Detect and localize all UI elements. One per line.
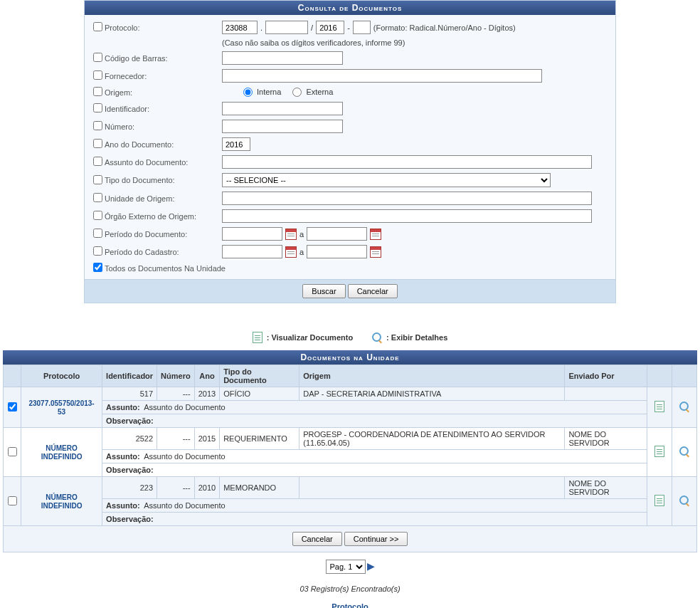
details-icon[interactable] (679, 496, 689, 505)
assunto-checkbox[interactable] (93, 157, 102, 166)
cell-ano: 2013 (194, 387, 219, 401)
buscar-button[interactable]: Buscar (302, 284, 345, 298)
th-protocolo: Protocolo (21, 365, 102, 387)
todos-checkbox[interactable] (93, 263, 102, 272)
cell-ano: 2015 (194, 428, 219, 450)
fornecedor-input[interactable] (222, 69, 542, 83)
protocolo-checkbox[interactable] (93, 22, 102, 31)
cell-enviado (565, 387, 647, 401)
protocolo-link[interactable]: NÚMERO INDEFINIDO (41, 493, 83, 510)
table-row-observacao: Observação: (4, 414, 697, 428)
periodo-cadastro-checkbox[interactable] (93, 246, 102, 256)
orgao-externo-input[interactable] (222, 209, 592, 223)
search-panel: Consulta de Documentos Protocolo: . / - … (84, 0, 616, 303)
origem-interna-radio[interactable] (243, 88, 253, 97)
a-separator: a (299, 230, 304, 239)
calendar-icon[interactable] (370, 246, 381, 258)
codigo-barras-checkbox[interactable] (93, 53, 102, 62)
th-origem: Origem (299, 365, 565, 387)
legend: : Visualizar Documento : Exibir Detalhes (0, 325, 700, 350)
numero-checkbox[interactable] (93, 121, 102, 130)
origem-interna-label[interactable]: Interna (243, 88, 281, 98)
orgao-externo-label: Órgão Externo de Origem: (105, 212, 222, 221)
assunto-input[interactable] (222, 155, 592, 169)
th-enviado: Enviado Por (565, 365, 647, 387)
origem-externa-label[interactable]: Externa (292, 88, 333, 98)
origem-externa-radio[interactable] (292, 88, 302, 97)
periodo-doc-fim-input[interactable] (307, 227, 367, 241)
th-identificador: Identificador (102, 365, 157, 387)
pager: Pag. 1▶ (0, 552, 700, 581)
formato-hint: (Formato: Radical.Número/Ano - Dígitos) (373, 23, 516, 32)
table-row: 23077.055750/2013-53517---2013OFÍCIODAP … (4, 387, 697, 401)
protocolo-numero-input[interactable] (265, 21, 308, 34)
periodo-cad-ini-input[interactable] (222, 245, 282, 258)
continuar-button[interactable]: Continuar >> (344, 532, 408, 546)
calendar-icon[interactable] (370, 229, 381, 240)
fornecedor-checkbox[interactable] (93, 70, 102, 80)
identificador-input[interactable] (222, 102, 343, 115)
assunto-value: Assunto do Documento (144, 501, 225, 510)
tipo-documento-select[interactable]: -- SELECIONE -- (222, 173, 551, 187)
ano-documento-input[interactable] (222, 137, 250, 151)
assunto-sublabel: Assunto: (106, 501, 140, 510)
a-separator: a (299, 248, 304, 256)
calendar-icon[interactable] (285, 246, 297, 258)
periodo-documento-checkbox[interactable] (93, 229, 102, 238)
codigo-barras-input[interactable] (222, 51, 343, 65)
periodo-cad-fim-input[interactable] (307, 245, 367, 258)
protocolo-radical-input[interactable] (222, 21, 258, 34)
th-ano: Ano (194, 365, 219, 387)
identificador-checkbox[interactable] (93, 103, 102, 112)
protocolo-label: Protocolo: (105, 23, 222, 32)
cell-ano: 2010 (194, 477, 219, 499)
slash-separator: / (311, 23, 313, 32)
ano-documento-checkbox[interactable] (93, 139, 102, 148)
periodo-documento-label: Período do Documento: (105, 230, 222, 239)
cell-tipo: MEMORANDO (220, 477, 299, 499)
table-row-observacao: Observação: (4, 463, 697, 477)
protocolo-link[interactable]: Protocolo (332, 602, 368, 608)
protocolo-link[interactable]: NÚMERO INDEFINIDO (41, 444, 83, 461)
cell-numero: --- (157, 428, 195, 450)
table-row: NÚMERO INDEFINIDO223---2010MEMORANDONOME… (4, 477, 697, 499)
cancelar-button[interactable]: Cancelar (348, 284, 398, 298)
protocolo-ano-input[interactable] (316, 21, 344, 34)
view-document-icon[interactable] (654, 401, 664, 412)
row-checkbox[interactable] (8, 447, 17, 456)
th-tipo: Tipo do Documento (220, 365, 299, 387)
protocolo-link[interactable]: 23077.055750/2013-53 (28, 399, 94, 416)
protocolo-digitos-input[interactable] (353, 21, 371, 34)
cell-origem: PROGESP - COORDENADORIA DE ATENDIMENTO A… (299, 428, 565, 450)
tipo-documento-checkbox[interactable] (93, 175, 102, 184)
origem-checkbox[interactable] (93, 87, 102, 96)
numero-input[interactable] (222, 120, 343, 133)
row-checkbox[interactable] (8, 496, 17, 505)
cell-tipo: OFÍCIO (220, 387, 299, 401)
details-icon[interactable] (679, 446, 689, 456)
cell-tipo: REQUERIMENTO (220, 428, 299, 450)
view-document-icon[interactable] (654, 495, 664, 506)
assunto-sublabel: Assunto: (106, 452, 140, 461)
cell-identificador: 517 (102, 387, 157, 401)
unidade-origem-input[interactable] (222, 192, 592, 205)
origem-label: Origem: (105, 88, 222, 97)
observacao-sublabel: Observação: (106, 416, 154, 425)
view-document-icon[interactable] (654, 446, 664, 457)
unidade-origem-checkbox[interactable] (93, 193, 102, 202)
legend-exibir: : Exibir Detalhes (386, 333, 447, 342)
orgao-externo-checkbox[interactable] (93, 211, 102, 220)
periodo-doc-ini-input[interactable] (222, 227, 282, 241)
page-select[interactable]: Pag. 1 (326, 560, 366, 574)
next-page-icon[interactable]: ▶ (367, 560, 375, 572)
row-checkbox[interactable] (8, 402, 17, 412)
numero-label: Número: (105, 122, 222, 131)
calendar-icon[interactable] (285, 229, 297, 240)
observacao-sublabel: Observação: (106, 466, 154, 474)
legend-visualizar: : Visualizar Documento (267, 333, 353, 342)
assunto-value: Assunto do Documento (144, 452, 225, 461)
cancelar-results-button[interactable]: Cancelar (292, 532, 342, 546)
details-icon[interactable] (679, 402, 689, 412)
dash-separator: - (347, 23, 350, 32)
observacao-sublabel: Observação: (106, 515, 154, 523)
